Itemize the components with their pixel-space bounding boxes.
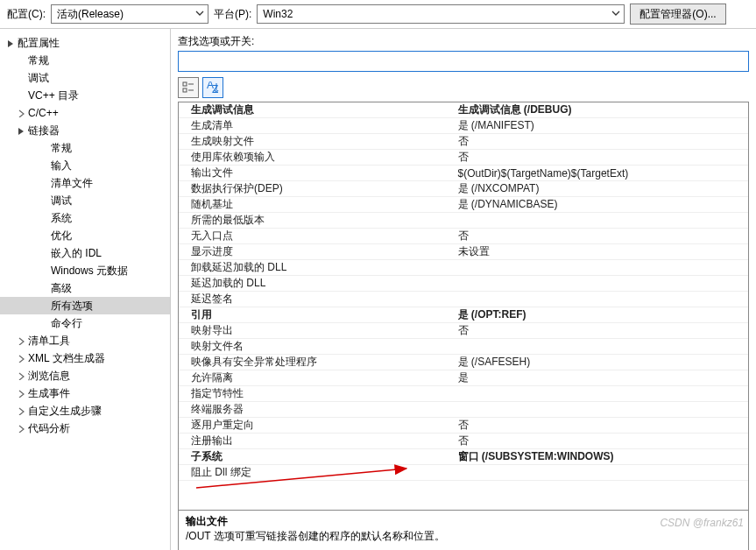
property-row[interactable]: 输出文件$(OutDir)$(TargetName)$(TargetExt) bbox=[179, 166, 748, 181]
tree-node[interactable]: 常规 bbox=[0, 139, 170, 157]
property-value[interactable]: 否 bbox=[458, 150, 749, 165]
tree-label: 生成事件 bbox=[28, 386, 70, 401]
expand-icon[interactable] bbox=[18, 109, 28, 117]
property-row[interactable]: 数据执行保护(DEP)是 (/NXCOMPAT) bbox=[179, 181, 748, 197]
tree-node[interactable]: 命令行 bbox=[0, 314, 170, 332]
tree-label: 常规 bbox=[51, 141, 72, 156]
tree-node[interactable]: 高级 bbox=[0, 279, 170, 297]
search-input[interactable] bbox=[178, 51, 749, 72]
tree-node[interactable]: 输入 bbox=[0, 157, 170, 174]
property-value[interactable]: 是 bbox=[458, 370, 749, 385]
tree-label: 高级 bbox=[51, 281, 72, 296]
property-row[interactable]: 终端服务器 bbox=[179, 402, 748, 418]
alphabetical-icon[interactable]: AZ bbox=[202, 77, 223, 98]
property-name: 注册输出 bbox=[179, 434, 458, 448]
expand-icon[interactable] bbox=[18, 355, 28, 363]
property-row[interactable]: 生成调试信息生成调试信息 (/DEBUG) bbox=[179, 102, 748, 118]
property-row[interactable]: 延迟签名 bbox=[179, 292, 748, 307]
chevron-down-icon bbox=[195, 9, 204, 18]
tree-node[interactable]: VC++ 目录 bbox=[0, 87, 170, 104]
property-row[interactable]: 使用库依赖项输入否 bbox=[179, 150, 748, 166]
tree-node[interactable]: XML 文档生成器 bbox=[0, 349, 170, 367]
property-row[interactable]: 随机基址是 (/DYNAMICBASE) bbox=[179, 197, 748, 213]
tree-node[interactable]: 常规 bbox=[0, 52, 170, 69]
property-name: 显示进度 bbox=[179, 244, 458, 259]
tree-label: 命令行 bbox=[51, 316, 82, 331]
tree-node[interactable]: 浏览信息 bbox=[0, 367, 170, 384]
tree-node[interactable]: 代码分析 bbox=[0, 420, 170, 437]
tree-node[interactable]: 自定义生成步骤 bbox=[0, 402, 170, 420]
tree-node[interactable]: 调试 bbox=[0, 192, 170, 209]
collapse-icon[interactable] bbox=[7, 39, 18, 47]
property-name: 随机基址 bbox=[179, 197, 458, 212]
property-row[interactable]: 所需的最低版本 bbox=[179, 213, 748, 229]
property-row[interactable]: 映像具有安全异常处理程序是 (/SAFESEH) bbox=[179, 355, 748, 370]
property-row[interactable]: 延迟加载的 DLL bbox=[179, 276, 748, 292]
tree-node[interactable]: 调试 bbox=[0, 69, 170, 87]
tree-node[interactable]: 清单文件 bbox=[0, 174, 170, 192]
property-value[interactable]: 生成调试信息 (/DEBUG) bbox=[458, 102, 749, 117]
property-value[interactable]: 是 (/OPT:REF) bbox=[458, 307, 749, 322]
property-value[interactable]: 窗口 (/SUBSYSTEM:WINDOWS) bbox=[458, 449, 749, 464]
property-value[interactable]: 未设置 bbox=[458, 244, 749, 259]
property-value[interactable]: 是 (/NXCOMPAT) bbox=[458, 181, 749, 196]
tree-node[interactable]: C/C++ bbox=[0, 104, 170, 122]
expand-icon[interactable] bbox=[18, 390, 28, 398]
property-value[interactable]: $(OutDir)$(TargetName)$(TargetExt) bbox=[458, 167, 749, 180]
property-row[interactable]: 生成映射文件否 bbox=[179, 134, 748, 150]
property-value[interactable]: 否 bbox=[458, 434, 749, 448]
tree-node[interactable]: 嵌入的 IDL bbox=[0, 244, 170, 262]
platform-label: 平台(P): bbox=[214, 7, 251, 22]
property-value[interactable]: 是 (/SAFESEH) bbox=[458, 355, 749, 370]
property-row[interactable]: 卸载延迟加载的 DLL bbox=[179, 260, 748, 276]
svg-rect-0 bbox=[183, 82, 187, 86]
expand-icon[interactable] bbox=[18, 425, 28, 433]
tree-label: XML 文档生成器 bbox=[28, 351, 105, 366]
property-name: 阻止 Dll 绑定 bbox=[179, 465, 458, 480]
property-value[interactable]: 是 (/DYNAMICBASE) bbox=[458, 197, 749, 212]
config-manager-button[interactable]: 配置管理器(O)... bbox=[630, 4, 725, 25]
tree-label: 嵌入的 IDL bbox=[51, 246, 102, 261]
property-row[interactable]: 注册输出否 bbox=[179, 434, 748, 449]
tree-node[interactable]: 生成事件 bbox=[0, 384, 170, 402]
tree-label: 常规 bbox=[28, 53, 49, 68]
property-row[interactable]: 逐用户重定向否 bbox=[179, 418, 748, 434]
property-tree[interactable]: 配置属性 常规调试VC++ 目录C/C++链接器常规输入清单文件调试系统优化嵌入… bbox=[0, 29, 171, 550]
expand-icon[interactable] bbox=[18, 372, 28, 380]
property-row[interactable]: 允许隔离是 bbox=[179, 370, 748, 386]
tree-node[interactable]: 所有选项 bbox=[0, 297, 170, 314]
property-name: 子系统 bbox=[179, 449, 458, 464]
tree-node[interactable]: 优化 bbox=[0, 227, 170, 244]
config-label: 配置(C): bbox=[7, 7, 46, 22]
tree-node[interactable]: Windows 元数据 bbox=[0, 262, 170, 279]
property-value[interactable]: 否 bbox=[458, 418, 749, 433]
tree-label: 调试 bbox=[28, 71, 49, 86]
property-value[interactable]: 否 bbox=[458, 229, 749, 243]
property-row[interactable]: 引用是 (/OPT:REF) bbox=[179, 307, 748, 323]
property-row[interactable]: 生成清单是 (/MANIFEST) bbox=[179, 118, 748, 134]
property-value[interactable]: 否 bbox=[458, 134, 749, 149]
property-name: 延迟加载的 DLL bbox=[179, 276, 458, 291]
property-row[interactable]: 无入口点否 bbox=[179, 229, 748, 244]
property-row[interactable]: 子系统窗口 (/SUBSYSTEM:WINDOWS) bbox=[179, 449, 748, 465]
tree-node[interactable]: 链接器 bbox=[0, 122, 170, 139]
property-value[interactable]: 是 (/MANIFEST) bbox=[458, 118, 749, 133]
property-value[interactable]: 否 bbox=[458, 323, 749, 338]
property-grid[interactable]: 生成调试信息生成调试信息 (/DEBUG)生成清单是 (/MANIFEST)生成… bbox=[179, 102, 748, 510]
tree-label: 所有选项 bbox=[51, 299, 93, 314]
property-row[interactable]: 指定节特性 bbox=[179, 386, 748, 402]
property-row[interactable]: 映射导出否 bbox=[179, 323, 748, 339]
property-row[interactable]: 映射文件名 bbox=[179, 339, 748, 355]
platform-dropdown[interactable]: Win32 bbox=[257, 4, 625, 24]
tree-root[interactable]: 配置属性 bbox=[0, 34, 170, 52]
property-row[interactable]: 阻止 Dll 绑定 bbox=[179, 465, 748, 481]
expand-icon[interactable] bbox=[18, 407, 28, 415]
property-row[interactable]: 显示进度未设置 bbox=[179, 244, 748, 260]
collapse-icon[interactable] bbox=[18, 127, 28, 135]
expand-icon[interactable] bbox=[18, 337, 28, 345]
categorize-icon[interactable] bbox=[178, 77, 199, 98]
tree-node[interactable]: 系统 bbox=[0, 209, 170, 227]
tree-label: C/C++ bbox=[28, 107, 59, 119]
tree-node[interactable]: 清单工具 bbox=[0, 332, 170, 349]
config-dropdown[interactable]: 活动(Release) bbox=[51, 4, 208, 24]
